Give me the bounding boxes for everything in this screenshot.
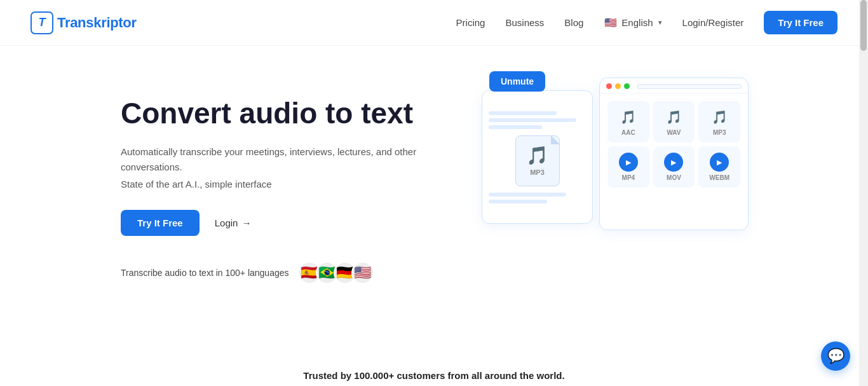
format-mp4: ▶ MP4 [607, 146, 649, 188]
formats-panel: 🎵 AAC 🎵 WAV 🎵 MP3 ▶ MP4 [599, 78, 749, 230]
main-nav: Pricing Business Blog 🇺🇸 English ▾ Login… [456, 11, 837, 34]
upload-panel: 🎵 MP3 [482, 90, 593, 224]
dot-green [624, 83, 630, 89]
nav-business[interactable]: Business [505, 17, 544, 28]
try-it-free-button-header[interactable]: Try It Free [764, 11, 837, 34]
hero-section: Convert audio to text Automatically tran… [0, 46, 868, 351]
hero-title: Convert audio to text [121, 97, 451, 130]
scrollbar-thumb[interactable] [860, 0, 867, 51]
chevron-down-icon: ▾ [658, 18, 662, 27]
webm-label: WEBM [709, 174, 729, 181]
formats-grid: 🎵 AAC 🎵 WAV 🎵 MP3 ▶ MP4 [600, 93, 748, 195]
left-lines [482, 111, 592, 129]
nav-pricing[interactable]: Pricing [456, 17, 485, 28]
language-label: English [621, 17, 653, 28]
line-2 [489, 118, 576, 122]
unmute-button[interactable]: Unmute [489, 71, 545, 92]
line-4 [489, 193, 566, 196]
hero-buttons: Try It Free Login → [121, 210, 451, 236]
format-aac: 🎵 AAC [607, 101, 649, 142]
bottom-arrow-decoration [0, 381, 868, 386]
mov-label: MOV [667, 174, 681, 181]
hero-left: Convert audio to text Automatically tran… [121, 84, 451, 284]
language-row: Transcribe audio to text in 100+ languag… [121, 261, 451, 284]
try-it-free-button-hero[interactable]: Try It Free [121, 210, 200, 236]
dot-red [606, 83, 612, 89]
music-note-icon: 🎵 [526, 145, 548, 166]
mp3-label: MP3 [530, 169, 545, 176]
play-icon-webm: ▶ [710, 153, 729, 172]
flags-row: 🇪🇸 🇧🇷 🇩🇪 🇺🇸 [298, 261, 374, 284]
language-selector[interactable]: 🇺🇸 English ▾ [604, 16, 661, 30]
illustration-wrap: 🎵 MP3 🎵 [482, 78, 749, 256]
login-register-link[interactable]: Login/Register [682, 17, 744, 28]
logo-text: Transkriptor [57, 15, 137, 31]
line-3 [489, 125, 542, 129]
hero-description-2: State of the art A.I., simple interface [121, 179, 451, 190]
login-link-hero[interactable]: Login → [215, 217, 252, 228]
mp3-file-icon: 🎵 MP3 [515, 135, 560, 186]
right-lines [482, 193, 592, 203]
format-mov: ▶ MOV [653, 146, 695, 188]
nav-blog[interactable]: Blog [564, 17, 583, 28]
hero-illustration: Unmute 🎵 MP3 [451, 78, 779, 256]
us-flag-icon: 🇺🇸 [604, 16, 618, 30]
play-icon-mov: ▶ [664, 153, 683, 172]
format-mp3: 🎵 MP3 [698, 101, 740, 142]
trusted-section: Trusted by 100.000+ customers from all a… [0, 351, 868, 386]
mp3-format-label: MP3 [713, 129, 726, 136]
header: T Transkriptor Pricing Business Blog 🇺🇸 … [0, 0, 868, 46]
line-5 [489, 200, 547, 203]
audio-icon-wav: 🎵 [664, 107, 683, 127]
flag-usa: 🇺🇸 [351, 261, 374, 284]
arrow-icon: → [241, 217, 251, 228]
lang-label: Transcribe audio to text in 100+ languag… [121, 268, 289, 278]
line-1 [489, 111, 557, 115]
hero-description-1: Automatically transcribe your meetings, … [121, 144, 451, 175]
audio-icon-mp3: 🎵 [710, 107, 729, 127]
logo[interactable]: T Transkriptor [31, 11, 137, 34]
aac-label: AAC [621, 129, 635, 136]
wav-label: WAV [667, 129, 681, 136]
play-icon-mp4: ▶ [619, 153, 638, 172]
scrollbar-track[interactable] [859, 0, 868, 386]
panel-header [600, 78, 748, 93]
trusted-text: Trusted by 100.000+ customers from all a… [0, 370, 868, 381]
dot-yellow [615, 83, 621, 89]
chat-icon: 💬 [827, 348, 844, 364]
login-text: Login [215, 217, 238, 228]
chat-bubble-button[interactable]: 💬 [821, 341, 850, 371]
format-webm: ▶ WEBM [698, 146, 740, 188]
format-wav: 🎵 WAV [653, 101, 695, 142]
audio-icon-aac: 🎵 [619, 107, 638, 127]
logo-icon: T [31, 11, 53, 34]
mp4-label: MP4 [622, 174, 635, 181]
search-bar[interactable] [637, 84, 742, 89]
